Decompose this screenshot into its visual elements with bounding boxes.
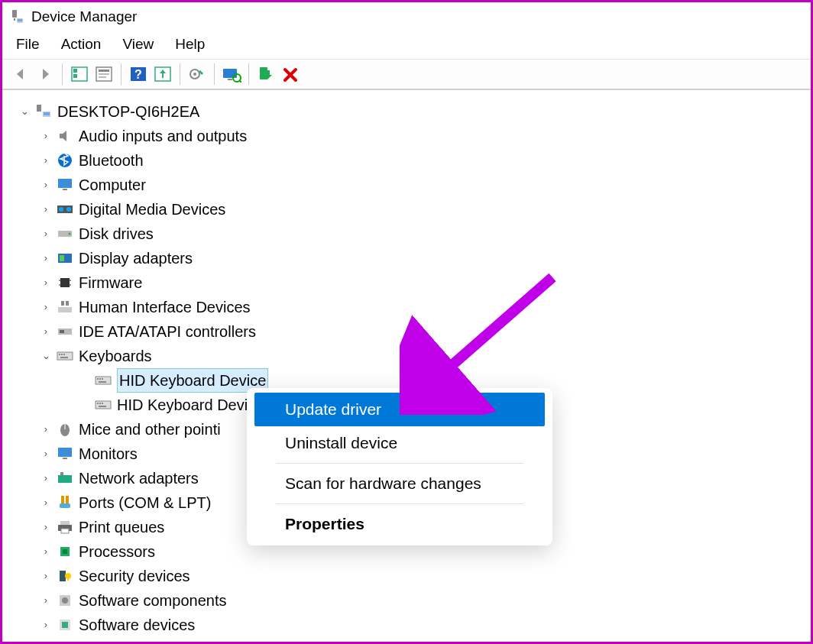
device-tree: ⌄ DESKTOP-QI6H2EA ›Audio inputs and outp… [2, 90, 811, 644]
chevron-right-icon[interactable]: › [39, 153, 53, 168]
tree-item-hid[interactable]: ›Human Interface Devices [8, 295, 805, 319]
svg-point-31 [69, 233, 71, 235]
chevron-right-icon[interactable]: › [39, 324, 53, 339]
settings-icon[interactable] [186, 63, 208, 85]
tree-root[interactable]: ⌄ DESKTOP-QI6H2EA [8, 99, 805, 124]
tree-item-firmware[interactable]: ›Firmware [8, 270, 805, 295]
ctx-update-driver[interactable]: Update driver [254, 393, 545, 426]
tree-item-bluetooth[interactable]: ›Bluetooth [8, 148, 805, 173]
chevron-right-icon[interactable]: › [39, 544, 53, 559]
tree-item-sw-devices[interactable]: ›Software devices [8, 613, 805, 637]
svg-text:?: ? [134, 68, 142, 81]
chevron-right-icon[interactable]: › [39, 446, 53, 461]
svg-rect-9 [99, 73, 109, 75]
chevron-down-icon[interactable]: ⌄ [39, 348, 53, 364]
security-icon [56, 568, 74, 584]
chevron-right-icon[interactable]: › [39, 593, 53, 608]
properties-toolbar-icon[interactable] [93, 63, 115, 85]
tree-item-sw-components[interactable]: ›Software components [8, 588, 805, 613]
chevron-right-icon[interactable]: › [39, 568, 53, 584]
svg-rect-45 [59, 354, 60, 355]
tree-item-digital-media[interactable]: ›Digital Media Devices [8, 197, 805, 222]
svg-rect-5 [73, 69, 77, 73]
menu-action[interactable]: Action [61, 36, 102, 53]
svg-rect-1 [14, 18, 15, 21]
menu-view[interactable]: View [122, 36, 154, 53]
bluetooth-icon [56, 152, 74, 169]
selected-device: HID Keyboard Device [117, 368, 268, 393]
cpu-icon [56, 543, 74, 560]
svg-rect-33 [60, 255, 64, 261]
chevron-right-icon[interactable]: › [39, 275, 53, 290]
chevron-right-icon[interactable]: › [39, 251, 53, 266]
svg-rect-26 [63, 189, 67, 190]
scan-hardware-icon[interactable] [221, 63, 242, 85]
svg-rect-67 [60, 503, 70, 508]
component-icon [56, 592, 74, 609]
svg-line-19 [239, 80, 241, 83]
svg-rect-79 [62, 622, 68, 628]
chevron-right-icon[interactable]: › [39, 177, 53, 193]
device-manager-window: Device Manager File Action View Help ? ⌄… [0, 0, 813, 644]
svg-rect-73 [60, 571, 66, 581]
menu-file[interactable]: File [16, 36, 40, 53]
chevron-right-icon[interactable]: › [39, 471, 53, 486]
chevron-right-icon[interactable]: › [39, 422, 53, 437]
network-icon [56, 470, 74, 487]
svg-rect-8 [99, 70, 109, 72]
tree-item-computer[interactable]: ›Computer [8, 173, 805, 197]
forward-button[interactable] [34, 63, 56, 85]
menu-help[interactable]: Help [175, 36, 205, 53]
tree-item-keyboards[interactable]: ⌄Keyboards [8, 344, 805, 368]
ctx-separator [276, 463, 523, 464]
svg-rect-58 [99, 406, 106, 407]
svg-rect-16 [223, 69, 237, 78]
svg-rect-44 [57, 352, 73, 360]
back-button[interactable] [10, 63, 31, 85]
svg-rect-34 [60, 278, 70, 287]
tree-item-disk[interactable]: ›Disk drives [8, 222, 805, 246]
toolbar: ? [2, 60, 811, 90]
tree-item-security[interactable]: ›Security devices [8, 564, 805, 588]
chevron-down-icon[interactable]: ⌄ [18, 104, 31, 119]
svg-rect-66 [66, 496, 69, 503]
delete-icon[interactable] [280, 63, 301, 85]
svg-rect-70 [61, 529, 69, 533]
hid-icon [56, 299, 74, 316]
svg-rect-43 [60, 330, 64, 333]
tree-item-display[interactable]: ›Display adapters [8, 246, 805, 270]
tree-item-audio[interactable]: ›Audio inputs and outputs [8, 124, 805, 148]
ctx-scan[interactable]: Scan for hardware changes [254, 467, 545, 500]
svg-rect-51 [99, 378, 101, 380]
chevron-right-icon[interactable]: › [39, 519, 53, 535]
show-all-icon[interactable] [69, 63, 90, 85]
svg-point-28 [59, 207, 63, 212]
software-icon [56, 616, 74, 633]
port-icon [56, 494, 74, 511]
ctx-uninstall[interactable]: Uninstall device [254, 426, 545, 460]
help-icon[interactable]: ? [128, 63, 149, 85]
svg-rect-47 [63, 354, 65, 355]
chevron-right-icon[interactable]: › [39, 617, 53, 633]
ctx-properties[interactable]: Properties [254, 507, 545, 541]
uninstall-icon[interactable] [255, 63, 277, 85]
svg-rect-21 [37, 105, 41, 112]
chevron-right-icon[interactable]: › [39, 128, 53, 144]
chevron-right-icon[interactable]: › [39, 202, 53, 217]
tree-item-ide[interactable]: ›IDE ATA/ATAPI controllers [8, 319, 805, 344]
svg-rect-41 [66, 301, 69, 306]
chevron-right-icon[interactable]: › [39, 495, 53, 510]
chevron-right-icon[interactable]: › [39, 299, 53, 315]
svg-rect-49 [96, 377, 111, 384]
svg-rect-48 [60, 357, 68, 358]
svg-rect-55 [97, 403, 99, 404]
svg-rect-75 [67, 576, 69, 581]
keyboard-icon [94, 396, 112, 413]
chevron-right-icon[interactable]: › [39, 226, 53, 241]
svg-rect-6 [73, 74, 77, 78]
update-driver-icon[interactable] [152, 63, 173, 85]
chip-icon [56, 274, 74, 291]
disk-icon [56, 225, 74, 242]
svg-rect-56 [99, 403, 101, 404]
svg-rect-65 [61, 496, 64, 503]
